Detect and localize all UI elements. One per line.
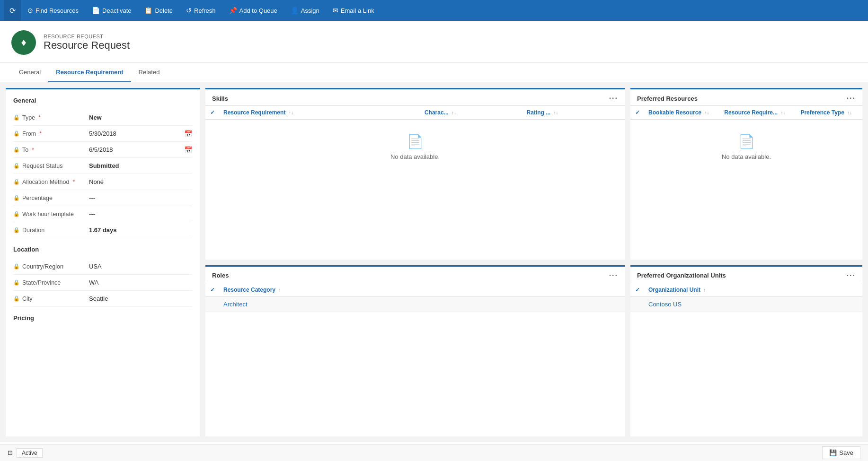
save-icon: 💾	[829, 449, 837, 456]
pref-res-col-pref-type[interactable]: Preference Type ↑↓	[797, 106, 862, 120]
preferred-resources-title: Preferred Resources	[637, 95, 698, 102]
preferred-resources-header: Preferred Resources ···	[630, 89, 862, 105]
status-left: ⊡ Active	[8, 448, 43, 458]
nav-deactivate[interactable]: 📄 Deactivate	[85, 0, 138, 21]
work-hour-template-label: 🔒 Work hour template	[13, 211, 89, 217]
skills-table: ✓ Resource Requirement ↑↓ Charac... ↑↓ R…	[205, 105, 625, 174]
field-work-hour-template: 🔒 Work hour template ---	[13, 206, 192, 222]
skills-menu-button[interactable]: ···	[609, 94, 618, 103]
tab-related[interactable]: Related	[131, 63, 168, 82]
roles-col-resource-cat[interactable]: Resource Category ↑	[220, 283, 625, 296]
nav-refresh[interactable]: ↺ Refresh	[179, 0, 222, 21]
field-country: 🔒 Country/Region USA	[13, 259, 192, 275]
sort-icon-charac: ↑↓	[452, 110, 456, 115]
tab-resource-requirement[interactable]: Resource Requirement	[48, 63, 131, 82]
preferred-org-title: Preferred Organizational Units	[637, 272, 726, 279]
delete-icon: 📋	[144, 7, 152, 14]
nav-delete[interactable]: 📋 Delete	[138, 0, 179, 21]
lock-icon-from: 🔒	[13, 130, 20, 137]
roles-row-check	[205, 296, 220, 312]
field-type: 🔒 Type * New	[13, 110, 192, 126]
no-data-icon-skills: 📄	[220, 134, 611, 149]
roles-check-col[interactable]: ✓	[205, 283, 220, 296]
sort-icon-rating: ↑↓	[554, 110, 558, 115]
roles-row-value: Architect	[220, 296, 625, 312]
sort-icon-ou: ↑	[703, 287, 706, 293]
sort-icon-resource-req: ↑↓	[289, 110, 293, 115]
refresh-label: Refresh	[194, 7, 216, 14]
nav-email-link[interactable]: ✉ Email a Link	[326, 0, 381, 21]
pricing-section-title: Pricing	[13, 314, 192, 322]
field-from: 🔒 From * 5/30/2018 📅	[13, 126, 192, 142]
preferred-resources-menu-button[interactable]: ···	[847, 94, 856, 103]
sort-icon-req: ↑↓	[780, 110, 785, 115]
lock-icon-to: 🔒	[13, 147, 20, 153]
add-to-queue-icon: 📌	[229, 7, 237, 14]
save-label: Save	[839, 449, 853, 456]
add-to-queue-label: Add to Queue	[239, 7, 277, 14]
allocation-method-label: 🔒 Allocation Method *	[13, 179, 89, 185]
pref-org-check-col[interactable]: ✓	[630, 283, 645, 296]
state-label: 🔒 State/Province	[13, 279, 89, 286]
pref-res-check-col[interactable]: ✓	[630, 106, 645, 120]
sort-icon-pref-type: ↑↓	[847, 110, 852, 115]
from-calendar-icon[interactable]: 📅	[184, 130, 192, 138]
work-hour-template-value: ---	[89, 210, 192, 217]
state-value: WA	[89, 279, 192, 286]
left-panel: General 🔒 Type * New 🔒 From * 5/30/2018 …	[6, 88, 200, 436]
find-resources-label: Find Resources	[35, 7, 79, 14]
roles-menu-button[interactable]: ···	[609, 271, 618, 280]
roles-table: ✓ Resource Category ↑ Architect	[205, 283, 625, 312]
status-badge: Active	[17, 448, 43, 458]
roles-row-architect[interactable]: Architect	[205, 296, 625, 312]
tabs-bar: General Resource Requirement Related	[0, 63, 868, 82]
field-percentage: 🔒 Percentage ---	[13, 190, 192, 206]
preferred-resources-table: ✓ Bookable Resource ↑↓ Resource Require.…	[630, 105, 862, 174]
lock-icon-allocation: 🔒	[13, 179, 20, 185]
skills-col-charac[interactable]: Charac... ↑↓	[421, 106, 523, 120]
nav-assign[interactable]: 👤 Assign	[284, 0, 326, 21]
from-label: 🔒 From *	[13, 130, 89, 137]
general-section-title: General	[13, 97, 192, 104]
to-calendar-icon[interactable]: 📅	[184, 146, 192, 154]
record-icon: ♦	[11, 30, 36, 55]
roles-card: Roles ··· ✓ Resource Category ↑	[205, 265, 625, 437]
field-city: 🔒 City Seattle	[13, 291, 192, 307]
sort-icon-resource-cat: ↑	[278, 287, 281, 293]
skills-col-resource-req[interactable]: Resource Requirement ↑↓	[220, 106, 421, 120]
city-label: 🔒 City	[13, 296, 89, 302]
deactivate-icon: 📄	[92, 7, 100, 14]
save-button[interactable]: 💾 Save	[822, 446, 860, 459]
percentage-value: ---	[89, 194, 192, 201]
preferred-org-row-contoso[interactable]: Contoso US	[630, 296, 862, 312]
duration-value: 1.67 days	[89, 226, 192, 234]
header-text: RESOURCE REQUEST Resource Request	[44, 34, 130, 52]
record-type-label: RESOURCE REQUEST	[44, 34, 130, 39]
preferred-org-card: Preferred Organizational Units ··· ✓ Org…	[630, 265, 862, 437]
pref-res-col-req[interactable]: Resource Require... ↑↓	[720, 106, 797, 120]
lock-icon-city: 🔒	[13, 296, 20, 302]
preferred-org-menu-button[interactable]: ···	[847, 271, 856, 280]
nav-find-resources[interactable]: ⊙ Find Resources	[21, 0, 85, 21]
field-request-status: 🔒 Request Status Submitted	[13, 158, 192, 174]
to-label: 🔒 To *	[13, 147, 89, 153]
home-button[interactable]: ⟳	[4, 0, 21, 21]
type-label: 🔒 Type *	[13, 114, 89, 121]
duration-label: 🔒 Duration	[13, 227, 89, 234]
nav-add-to-queue[interactable]: 📌 Add to Queue	[222, 0, 284, 21]
city-value: Seattle	[89, 295, 192, 302]
sort-icon-bookable: ↑↓	[704, 110, 709, 115]
preferred-org-table: ✓ Organizational Unit ↑ Contoso US	[630, 283, 862, 312]
skills-no-data: 📄 No data available.	[205, 120, 625, 175]
status-bar: ⊡ Active 💾 Save	[0, 444, 868, 461]
right-panel: Preferred Resources ··· ✓ Bookable Resou…	[630, 88, 862, 436]
pref-org-col-ou[interactable]: Organizational Unit ↑	[645, 283, 862, 296]
pref-res-col-bookable[interactable]: Bookable Resource ↑↓	[645, 106, 720, 120]
skills-title: Skills	[212, 95, 228, 102]
main-content: General 🔒 Type * New 🔒 From * 5/30/2018 …	[0, 82, 868, 442]
delete-label: Delete	[155, 7, 173, 14]
skills-check-col[interactable]: ✓	[205, 106, 220, 120]
lock-icon-type: 🔒	[13, 114, 20, 121]
skills-col-rating[interactable]: Rating ... ↑↓	[523, 106, 625, 120]
tab-general[interactable]: General	[11, 63, 48, 82]
